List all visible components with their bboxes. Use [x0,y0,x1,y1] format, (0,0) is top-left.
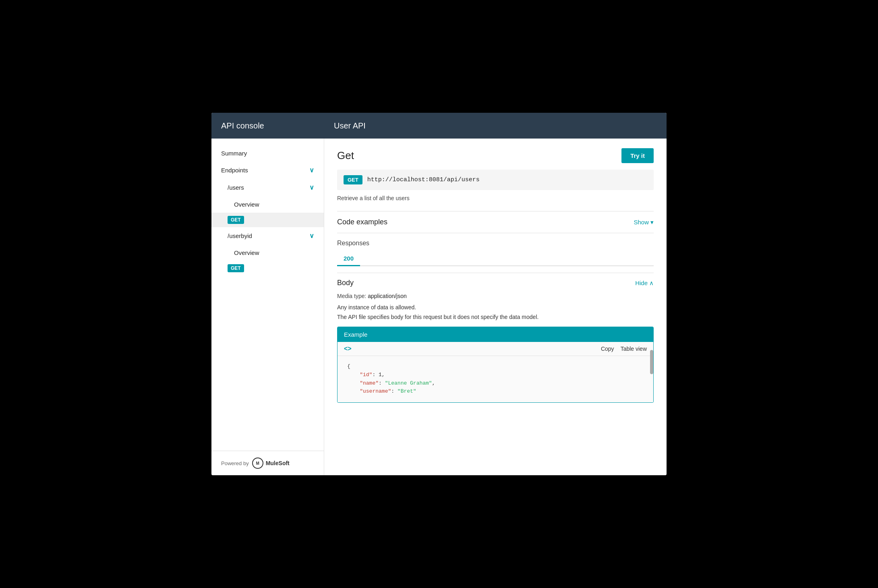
response-tab-200[interactable]: 200 [337,252,360,266]
divider2 [337,233,654,233]
sidebar-item-users[interactable]: /users ∨ [211,179,324,196]
get-badge-userbyid: GET [228,264,244,272]
example-box: Example <> Copy Table view { "id": 1, [337,327,654,403]
url-bar: GET http://localhost:8081/api/users [337,170,654,190]
code-examples-title: Code examples [337,218,387,226]
api-file-text: The API file specifies body for this req… [337,314,654,320]
response-tabs: 200 [337,252,654,266]
response-tab-label: 200 [344,255,354,262]
sidebar-label-users: /users [228,184,244,191]
copy-button[interactable]: Copy [601,346,614,352]
chevron-down-icon: ∨ [309,232,314,240]
mulesoft-icon: M [252,458,263,469]
code-line-brace-open: { [347,362,644,371]
body-header: Body Hide ∧ [337,273,654,293]
app-window: API console User API Summary Endpoints ∨… [211,113,667,475]
chevron-down-icon: ∨ [309,166,314,174]
main-layout: Summary Endpoints ∨ /users ∨ Overview [211,139,667,475]
main-content: Get Try it GET http://localhost:8081/api… [324,139,667,475]
body-title: Body [337,279,354,287]
app-header: API console User API [211,113,667,139]
example-body-wrap: <> Copy Table view { "id": 1, "name": "L… [338,342,653,402]
media-type-value: application/json [368,293,407,299]
method-badge: GET [344,175,362,184]
media-type-row: Media type: application/json [337,293,654,299]
sidebar-label-users-overview: Overview [234,201,259,208]
responses-section: Responses 200 [337,240,654,266]
sidebar-item-users-get[interactable]: GET [211,213,324,227]
any-instance-text: Any instance of data is allowed. [337,304,654,311]
hide-body-button[interactable]: Hide ∧ [635,280,654,287]
chevron-up-icon: ∧ [649,280,654,287]
sidebar-label-userbyid: /userbyid [228,232,252,239]
hide-label: Hide [635,280,648,286]
sidebar-content: Summary Endpoints ∨ /users ∨ Overview [211,139,324,451]
divider [337,211,654,211]
sidebar-label-userbyid-overview: Overview [234,249,259,256]
mulesoft-logo: M MuleSoft [252,458,290,469]
sidebar-label-summary: Summary [221,150,247,157]
url-text: http://localhost:8081/api/users [367,176,480,183]
scrollbar-thumb [650,350,653,374]
endpoint-description: Retrieve a list of all the users [337,195,654,201]
sidebar: Summary Endpoints ∨ /users ∨ Overview [211,139,324,475]
toolbar-actions: Copy Table view [601,346,647,352]
show-examples-button[interactable]: Show ▾ [634,219,654,226]
sidebar-item-endpoints[interactable]: Endpoints ∨ [211,161,324,179]
sidebar-item-summary[interactable]: Summary [211,145,324,161]
code-line-id: "id": 1, [347,371,644,379]
code-icon[interactable]: <> [344,345,352,352]
powered-by-label: Powered by [221,460,249,466]
media-type-label: Media type: [337,293,366,299]
code-line-name: "name": "Leanne Graham", [347,379,644,388]
code-examples-header: Code examples Show ▾ [337,218,654,226]
body-section: Body Hide ∧ Media type: application/json… [337,273,654,403]
example-header: Example [338,327,653,342]
sidebar-footer: Powered by M MuleSoft [211,451,324,475]
endpoint-title: Get [337,149,354,162]
table-view-button[interactable]: Table view [621,346,647,352]
chevron-down-icon: ▾ [650,219,654,226]
api-title: User API [334,121,366,130]
sidebar-item-userbyid[interactable]: /userbyid ∨ [211,227,324,244]
get-badge-users: GET [228,216,244,224]
try-it-button[interactable]: Try it [621,148,654,163]
chevron-down-icon: ∨ [309,184,314,191]
sidebar-label-endpoints: Endpoints [221,167,248,174]
endpoint-header: Get Try it [337,148,654,163]
code-block: { "id": 1, "name": "Leanne Graham", "use… [338,356,653,402]
show-label: Show [634,219,649,226]
example-toolbar: <> Copy Table view [338,342,653,356]
sidebar-item-users-overview[interactable]: Overview [211,196,324,213]
sidebar-item-userbyid-overview[interactable]: Overview [211,244,324,261]
code-line-username: "username": "Bret" [347,387,644,396]
mulesoft-brand: MuleSoft [266,460,290,466]
app-title: API console [221,121,334,130]
responses-title: Responses [337,240,654,247]
sidebar-item-userbyid-get[interactable]: GET [211,261,324,275]
